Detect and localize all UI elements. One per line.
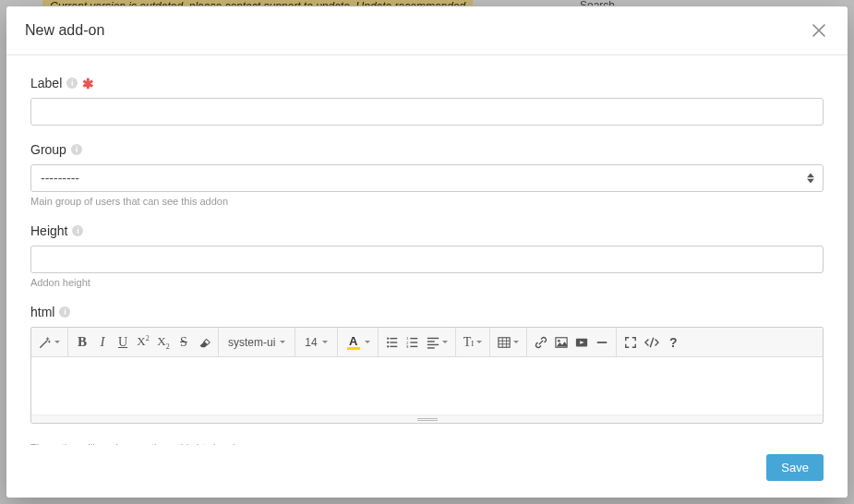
- unordered-list-button[interactable]: [382, 330, 403, 354]
- horizontal-rule-button[interactable]: [592, 330, 612, 354]
- subscript-button[interactable]: X2: [153, 330, 174, 354]
- field-height: Height i Addon height: [30, 223, 824, 288]
- group-helper-text: Main group of users that can see this ad…: [30, 196, 824, 207]
- svg-point-18: [558, 339, 560, 342]
- font-size-select[interactable]: 14: [299, 330, 332, 354]
- video-icon: [575, 336, 588, 349]
- editor-resize-handle[interactable]: [31, 414, 823, 423]
- html-label-text: html: [30, 305, 54, 319]
- label-label-row: Label i ✱: [30, 76, 824, 90]
- table-button[interactable]: [494, 330, 523, 354]
- fullscreen-icon: [624, 336, 637, 349]
- svg-rect-16: [499, 337, 510, 347]
- modal-body: Label i ✱ Group i --------- Main gro: [6, 55, 848, 445]
- svg-rect-7: [410, 337, 417, 338]
- height-helper-text: Addon height: [30, 277, 824, 288]
- field-html: html i B I: [30, 305, 824, 445]
- info-icon[interactable]: i: [72, 225, 83, 236]
- svg-rect-13: [427, 341, 435, 342]
- modal-title: New add-on: [25, 22, 104, 39]
- group-label-row: Group i: [30, 142, 824, 157]
- bold-button[interactable]: B: [72, 330, 92, 354]
- paragraph-align-button[interactable]: [423, 330, 451, 354]
- group-select[interactable]: ---------: [30, 164, 824, 192]
- code-view-button[interactable]: [641, 330, 663, 354]
- text-style-icon: TI: [463, 335, 475, 350]
- required-star-icon: ✱: [82, 77, 94, 90]
- list-ul-icon: [386, 336, 399, 349]
- editor-content-area[interactable]: [31, 357, 823, 414]
- svg-rect-14: [427, 343, 439, 344]
- svg-point-0: [387, 337, 389, 339]
- help-icon: ?: [669, 335, 678, 350]
- image-button[interactable]: [551, 330, 571, 354]
- magic-wand-icon: [39, 336, 52, 349]
- bold-icon: B: [78, 334, 87, 350]
- font-color-button[interactable]: A: [342, 330, 374, 354]
- group-select-wrap: ---------: [30, 164, 824, 192]
- superscript-icon: X2: [137, 334, 149, 349]
- html-label-row: html i: [30, 305, 824, 319]
- link-button[interactable]: [531, 330, 551, 354]
- close-button[interactable]: [809, 19, 829, 42]
- field-group: Group i --------- Main group of users th…: [30, 142, 824, 207]
- field-label: Label i ✱: [30, 76, 824, 126]
- close-icon: [812, 24, 825, 37]
- align-icon: [427, 336, 439, 349]
- height-label-row: Height i: [30, 223, 824, 238]
- ordered-list-button[interactable]: 1 2 3: [403, 330, 423, 354]
- link-icon: [535, 336, 547, 349]
- html-editor: B I U X2 X2 S: [30, 327, 824, 424]
- italic-icon: I: [101, 334, 105, 350]
- svg-rect-15: [427, 347, 435, 348]
- code-icon: [644, 336, 659, 349]
- new-addon-modal: New add-on Label i ✱ Group i ---: [6, 6, 848, 498]
- strikethrough-button[interactable]: S: [174, 330, 194, 354]
- svg-rect-3: [390, 342, 397, 342]
- svg-point-4: [387, 345, 389, 347]
- grip-icon: [417, 418, 438, 421]
- modal-footer: Save: [6, 445, 848, 498]
- table-icon: [498, 336, 511, 349]
- svg-rect-11: [410, 345, 417, 346]
- svg-rect-5: [390, 345, 397, 346]
- label-input[interactable]: [30, 98, 824, 126]
- underline-button[interactable]: U: [113, 330, 133, 354]
- video-button[interactable]: [571, 330, 592, 354]
- svg-rect-1: [390, 337, 397, 338]
- underline-icon: U: [118, 335, 127, 350]
- save-button[interactable]: Save: [766, 454, 824, 481]
- help-button[interactable]: ?: [663, 330, 683, 354]
- svg-text:3: 3: [406, 344, 409, 349]
- superscript-button[interactable]: X2: [133, 330, 153, 354]
- eraser-icon: [198, 336, 210, 349]
- height-input[interactable]: [30, 246, 824, 273]
- subscript-icon: X2: [157, 334, 169, 351]
- svg-point-2: [387, 341, 389, 342]
- image-icon: [555, 336, 568, 349]
- label-label-text: Label: [30, 76, 62, 90]
- font-color-icon: A: [345, 334, 362, 351]
- italic-button[interactable]: I: [92, 330, 113, 354]
- info-icon[interactable]: i: [71, 144, 82, 155]
- fullscreen-button[interactable]: [620, 330, 641, 354]
- erase-format-button[interactable]: [194, 330, 214, 354]
- height-label-text: Height: [30, 223, 67, 238]
- magic-wand-button[interactable]: [35, 330, 64, 354]
- group-label-text: Group: [30, 142, 66, 157]
- svg-rect-12: [427, 337, 439, 338]
- list-ol-icon: 1 2 3: [406, 336, 419, 349]
- strikethrough-icon: S: [180, 335, 187, 350]
- svg-rect-9: [410, 342, 417, 342]
- text-style-button[interactable]: TI: [460, 330, 487, 354]
- info-icon[interactable]: i: [66, 78, 78, 89]
- font-family-select[interactable]: system-ui: [223, 330, 291, 354]
- minus-icon: [595, 336, 608, 349]
- modal-header: New add-on: [6, 6, 848, 55]
- info-icon[interactable]: i: [59, 306, 70, 318]
- svg-rect-20: [597, 342, 607, 343]
- editor-toolbar: B I U X2 X2 S: [31, 328, 823, 357]
